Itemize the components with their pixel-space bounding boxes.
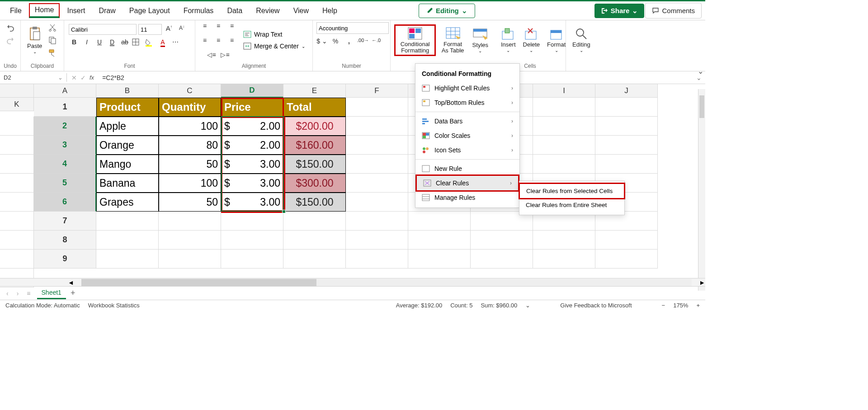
cell[interactable]	[96, 231, 159, 250]
cell[interactable]: $3.00	[221, 155, 283, 174]
cell[interactable]: $3.00	[221, 193, 283, 212]
cell[interactable]: $300.00	[283, 174, 346, 193]
row-header[interactable]: 6	[34, 193, 96, 212]
cell[interactable]	[346, 117, 408, 136]
cell[interactable]: Mango	[96, 155, 159, 174]
status-options[interactable]: ⌄	[525, 302, 530, 309]
cell[interactable]	[221, 231, 283, 250]
cell[interactable]: Apple	[96, 117, 159, 136]
cell[interactable]	[96, 250, 159, 269]
clear-rules-selected-cells[interactable]: Clear Rules from Selected Cells	[519, 183, 625, 199]
column-header[interactable]: K	[0, 98, 34, 111]
add-sheet-button[interactable]: +	[71, 288, 75, 298]
cell[interactable]	[533, 155, 595, 174]
calc-mode[interactable]: Calculation Mode: Automatic	[5, 302, 80, 309]
cell[interactable]: Orange	[96, 136, 159, 155]
cell[interactable]: Banana	[96, 174, 159, 193]
cf-clear-rules[interactable]: Clear Rules›	[415, 174, 519, 192]
tab-home[interactable]: Home	[29, 3, 60, 18]
cell[interactable]	[595, 136, 658, 155]
row-header[interactable]: 3	[34, 136, 96, 155]
cell[interactable]	[471, 231, 533, 250]
cell[interactable]	[408, 250, 471, 269]
insert-cells-button[interactable]: Insert⌄	[498, 27, 519, 54]
vertical-scrollbar[interactable]	[698, 89, 705, 291]
format-cells-button[interactable]: Format⌄	[544, 27, 568, 54]
cell[interactable]: 50	[159, 193, 221, 212]
cell[interactable]	[159, 212, 221, 231]
tab-all-sheets[interactable]: ≡	[25, 290, 32, 297]
strikethrough-button[interactable]: ab	[119, 38, 130, 48]
column-header[interactable]: I	[533, 84, 595, 98]
editing-group-button[interactable]: Editing⌄	[570, 27, 593, 54]
tab-nav-next[interactable]: ›	[15, 290, 21, 297]
column-header[interactable]: J	[595, 84, 658, 98]
cell[interactable]	[408, 212, 471, 231]
column-header[interactable]: C	[159, 84, 221, 98]
cell[interactable]	[346, 174, 408, 193]
format-as-table-button[interactable]: Format As Table	[438, 26, 467, 55]
tab-nav-prev[interactable]: ‹	[5, 290, 10, 297]
font-name-select[interactable]	[69, 24, 137, 35]
workbook-stats[interactable]: Workbook Statistics	[88, 302, 140, 309]
tab-review[interactable]: Review	[250, 3, 286, 19]
zoom-in-button[interactable]: +	[696, 302, 700, 309]
cell[interactable]	[595, 98, 658, 117]
font-size-select[interactable]	[138, 24, 162, 35]
row-header[interactable]: 4	[34, 155, 96, 174]
cell[interactable]	[595, 231, 658, 250]
sheet-tab-sheet1[interactable]: Sheet1	[37, 287, 66, 299]
cell[interactable]	[595, 155, 658, 174]
mode-editing-button[interactable]: Editing ⌄	[419, 4, 475, 18]
cf-new-rule[interactable]: New Rule	[415, 161, 519, 176]
comments-button[interactable]: Comments	[645, 3, 702, 19]
row-header[interactable]: 8	[34, 231, 96, 250]
double-underline-button[interactable]: D	[107, 38, 118, 48]
cell[interactable]	[0, 250, 34, 269]
align-top-button[interactable]: ≡	[199, 20, 211, 32]
tab-data[interactable]: Data	[221, 3, 249, 19]
borders-button[interactable]	[132, 38, 143, 48]
feedback-link[interactable]: Give Feedback to Microsoft	[560, 302, 632, 309]
cancel-formula-button[interactable]: ✕	[71, 74, 77, 81]
cell[interactable]	[533, 117, 595, 136]
cell[interactable]	[346, 250, 408, 269]
fill-color-button[interactable]	[145, 38, 156, 48]
cell[interactable]	[96, 212, 159, 231]
undo-button[interactable]	[5, 22, 16, 34]
cell[interactable]: 100	[159, 174, 221, 193]
cell[interactable]: $200.00	[283, 117, 346, 136]
cell[interactable]: 100	[159, 117, 221, 136]
cell[interactable]	[0, 155, 34, 174]
cell[interactable]	[533, 250, 595, 269]
cell[interactable]: Quantity	[159, 98, 221, 117]
increase-font-button[interactable]: A↑	[164, 24, 175, 34]
cell[interactable]: $150.00	[283, 155, 346, 174]
percent-button[interactable]: %	[330, 38, 341, 47]
cell[interactable]: $3.00	[221, 174, 283, 193]
cell[interactable]	[0, 231, 34, 250]
cell[interactable]	[283, 212, 346, 231]
clear-rules-entire-sheet[interactable]: Clear Rules from Entire Sheet	[519, 198, 624, 212]
tab-insert[interactable]: Insert	[61, 3, 91, 19]
increase-decimal-button[interactable]: .00→	[357, 38, 368, 47]
align-left-button[interactable]: ≡	[199, 34, 211, 46]
cf-color-scales[interactable]: Color Scales›	[415, 128, 519, 143]
cell[interactable]	[0, 117, 34, 136]
accept-formula-button[interactable]: ✓	[80, 74, 86, 81]
cell[interactable]	[159, 250, 221, 269]
zoom-out-button[interactable]: −	[662, 302, 665, 309]
cell[interactable]	[0, 212, 34, 231]
align-middle-button[interactable]: ≡	[212, 20, 224, 32]
name-box[interactable]: D2⌄	[0, 73, 67, 82]
cell[interactable]: Price	[221, 98, 283, 117]
column-header[interactable]: F	[346, 84, 408, 98]
redo-button[interactable]	[5, 35, 16, 47]
italic-button[interactable]: I	[81, 38, 92, 48]
cf-data-bars[interactable]: Data Bars›	[415, 114, 519, 128]
selection-fill-handle[interactable]	[282, 210, 286, 213]
cell[interactable]	[533, 231, 595, 250]
cell[interactable]	[346, 193, 408, 212]
decrease-indent-button[interactable]: ◁≡	[206, 49, 217, 61]
cell[interactable]	[283, 250, 346, 269]
